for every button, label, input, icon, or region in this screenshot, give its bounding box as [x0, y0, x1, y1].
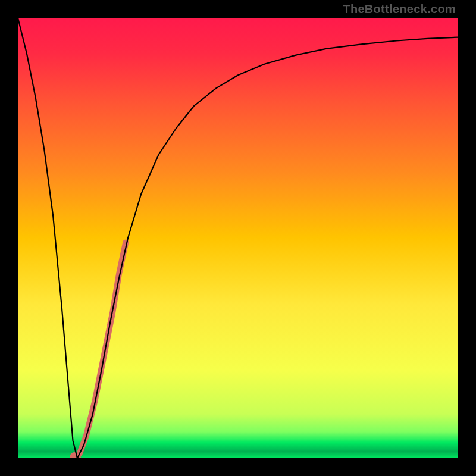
gradient-background: [18, 18, 458, 458]
chart-frame: TheBottleneck.com: [0, 0, 476, 476]
plot-area: [18, 18, 458, 458]
bottleneck-chart: [18, 18, 458, 458]
watermark-text: TheBottleneck.com: [343, 2, 456, 16]
